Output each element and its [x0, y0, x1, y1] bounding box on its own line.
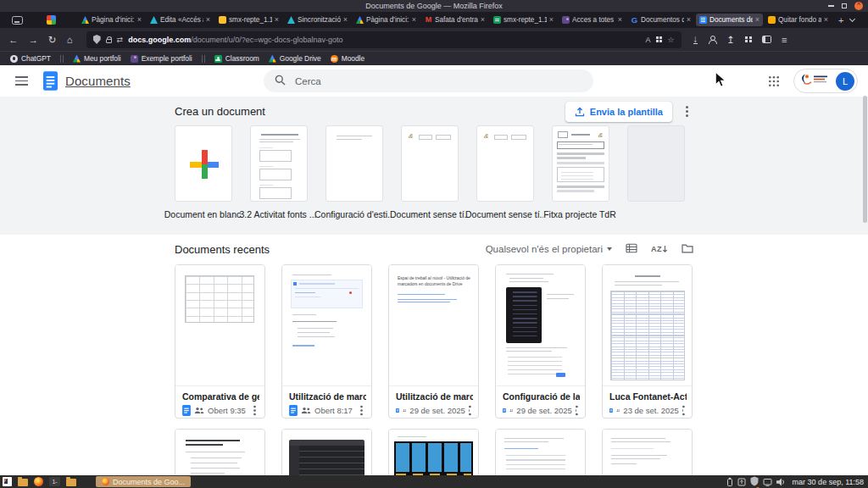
doc-menu-kebab-icon[interactable] [469, 409, 470, 412]
folder-icon[interactable] [18, 479, 28, 486]
close-button-icon[interactable] [854, 2, 863, 10]
browser-tab[interactable]: Quitar fondo a in × [765, 14, 832, 26]
document-card[interactable] [495, 429, 586, 475]
tab-list-chevron-icon[interactable] [849, 15, 855, 21]
account-pill[interactable]: L [793, 69, 858, 93]
tab-close-icon[interactable]: × [343, 16, 348, 24]
template-thumbnail[interactable] [250, 125, 308, 202]
browser-tab[interactable]: smx-repte_1.1-e × [215, 14, 282, 26]
maximize-button-icon[interactable] [842, 3, 847, 8]
template-blank-document[interactable]: Document en blanc [175, 125, 232, 219]
tab-close-icon[interactable]: × [755, 16, 760, 24]
bookmark-star-icon[interactable]: ☆ [668, 36, 675, 44]
document-card[interactable] [602, 429, 693, 475]
doc-menu-kebab-icon[interactable] [360, 409, 363, 412]
list-view-icon[interactable] [626, 241, 637, 257]
app-name[interactable]: Documents [65, 74, 131, 88]
bookmark-chatgpt[interactable]: ChatGPT [10, 54, 51, 63]
app-menu-icon[interactable]: ≡ [782, 35, 787, 45]
url-bar[interactable]: ⇄ docs.google.com/document/u/0/?ec=wgc-d… [86, 31, 682, 48]
extensions-grid-icon[interactable] [656, 36, 663, 43]
browser-tab[interactable]: Acces a totes les × [559, 14, 626, 26]
new-tab-button[interactable]: + [838, 15, 843, 25]
template-thumbnail[interactable] [552, 125, 609, 202]
bookmark-google-drive[interactable]: Google Drive [269, 54, 321, 63]
template-card[interactable]: Fitxa projecte TdR [552, 125, 609, 219]
template-card[interactable]: Configuració d'esti... [326, 125, 383, 219]
institute-logo-icon[interactable] [3, 477, 12, 486]
home-icon[interactable]: ⌂ [67, 35, 73, 45]
bookmark-meu-portfoli[interactable]: Meu portfoli [73, 54, 121, 63]
main-menu-hamburger-icon[interactable] [15, 76, 28, 86]
doc-menu-kebab-icon[interactable] [682, 409, 683, 412]
document-card[interactable]: Comparativa de gestors ... Obert 9:35 [175, 264, 265, 419]
volume-icon[interactable] [776, 478, 786, 486]
google-apps-grid-icon[interactable] [768, 75, 780, 91]
template-thumbnail[interactable] [175, 125, 232, 202]
document-card[interactable] [281, 429, 372, 475]
tab-close-icon[interactable]: × [549, 16, 554, 24]
submit-template-button[interactable]: Envia la plantilla [565, 102, 672, 122]
tab-close-icon[interactable]: × [206, 16, 210, 24]
tracking-protection-shield-icon[interactable] [93, 35, 101, 44]
reload-icon[interactable]: ↻ [48, 35, 57, 45]
browser-tab[interactable]: Pàgina d'inici: Go × [78, 14, 145, 26]
doc-menu-kebab-icon[interactable] [576, 409, 576, 412]
doc-menu-kebab-icon[interactable] [253, 409, 256, 412]
https-lock-icon[interactable] [106, 39, 112, 43]
browser-tab[interactable]: Sincronització d' × [284, 14, 351, 26]
active-window-button[interactable]: Documents de Goo... [96, 476, 191, 487]
sync-tabs-icon[interactable]: ⇄ [117, 36, 124, 44]
sidebar-icon[interactable] [762, 36, 771, 43]
minimize-button-icon[interactable] [828, 5, 834, 7]
scrollbar-thumb[interactable] [863, 96, 867, 223]
document-card[interactable] [175, 429, 265, 475]
browser-tab[interactable]: M Safata d'entrada × [421, 14, 488, 26]
template-card[interactable]: Document sense tí... [476, 125, 534, 219]
avatar[interactable]: L [836, 72, 854, 91]
document-card[interactable]: Luca Fontanet-Activitat ... 23 de set. 2… [602, 264, 693, 419]
extensions-icon[interactable] [745, 36, 752, 43]
sort-az-icon[interactable]: AZ [651, 245, 668, 253]
template-thumbnail[interactable] [401, 125, 459, 202]
pinned-tab-icon[interactable] [47, 15, 56, 25]
browser-tab[interactable]: smx-repte_1.1-n × [490, 14, 557, 26]
folder-icon[interactable] [66, 479, 76, 486]
browser-tab[interactable]: Pàgina d'inici: Go × [353, 14, 420, 26]
template-card[interactable]: Document sense tí... [401, 125, 459, 219]
browser-tab[interactable]: G Documentos de G × [627, 14, 694, 26]
document-card[interactable]: Utilització de marcadors ... Obert 8:17 [281, 264, 372, 419]
tab-close-icon[interactable]: × [275, 16, 279, 24]
forward-icon[interactable]: → [29, 35, 39, 45]
bookmark-moodle[interactable]: m Moodle [331, 54, 364, 63]
share-icon[interactable]: ↥ [726, 35, 735, 45]
battery-icon[interactable] [726, 477, 733, 487]
account-icon[interactable] [708, 36, 716, 44]
template-card[interactable]: 3.2 Activitat fonts ... [250, 125, 308, 219]
owner-filter-dropdown[interactable]: Qualsevol n'és el propietari [486, 244, 612, 254]
docs-logo-icon[interactable] [43, 71, 58, 91]
document-card[interactable] [388, 429, 479, 475]
tab-close-icon[interactable]: × [137, 16, 142, 24]
firefox-icon[interactable] [34, 477, 43, 486]
security-shield-icon[interactable] [750, 474, 759, 488]
page-scrollbar[interactable] [863, 65, 867, 475]
firefox-view-icon[interactable] [12, 16, 23, 25]
template-thumbnail[interactable] [326, 125, 383, 202]
search-bar[interactable] [264, 69, 593, 92]
updates-icon[interactable] [737, 477, 746, 486]
tab-close-icon[interactable]: × [412, 16, 416, 24]
downloads-icon[interactable]: ↓ [693, 35, 698, 44]
bookmark-classroom[interactable]: Classroom [214, 54, 259, 63]
document-card[interactable]: Espai de treball al núvol - Utilització … [388, 264, 479, 419]
tab-close-icon[interactable]: × [687, 16, 691, 24]
open-file-picker-folder-icon[interactable] [682, 241, 693, 257]
tab-close-icon[interactable]: × [618, 16, 622, 24]
display-icon[interactable] [763, 478, 772, 486]
template-gallery-menu-kebab-icon[interactable] [686, 110, 688, 113]
document-card[interactable]: Configuració de la safata... 29 de set. … [495, 264, 586, 419]
tab-close-icon[interactable]: × [481, 16, 485, 24]
taskbar-clock[interactable]: mar 30 de sep, 11:58 [793, 478, 864, 486]
tab-close-icon[interactable]: × [824, 16, 828, 24]
template-thumbnail[interactable] [476, 125, 534, 202]
